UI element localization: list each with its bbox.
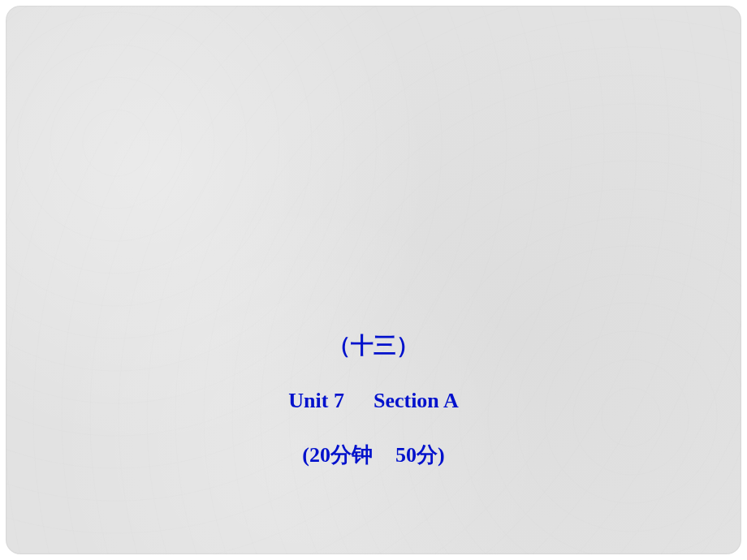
time-score-line: (20分钟50分)	[302, 441, 444, 469]
section-text: Section A	[374, 389, 459, 412]
unit-text: Unit 7	[288, 389, 344, 412]
slide-number-text: （十三）	[328, 333, 419, 358]
score-text: 50分)	[395, 443, 445, 467]
slide-number-line: （十三）	[328, 330, 419, 361]
time-text: (20分钟	[302, 443, 373, 467]
slide-container: （十三） Unit 7Section A (20分钟50分)	[6, 6, 741, 554]
slide-content: （十三） Unit 7Section A (20分钟50分)	[6, 330, 741, 469]
unit-section-line: Unit 7Section A	[288, 389, 458, 413]
